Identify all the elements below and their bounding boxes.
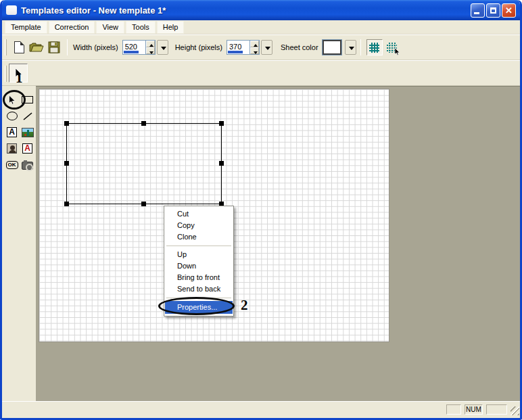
width-label: Width (pixels)	[73, 43, 118, 51]
maximize-icon	[490, 7, 496, 14]
height-label: Height (pixels)	[175, 43, 222, 51]
window-title: Templates editor - New template 1*	[21, 5, 471, 16]
toolbar-separator	[67, 39, 68, 55]
app-icon	[6, 5, 17, 15]
width-progress-bar	[124, 51, 139, 53]
resize-handle-top-left[interactable]	[64, 121, 69, 126]
width-dropdown-button[interactable]	[157, 40, 168, 55]
open-template-button[interactable]	[28, 39, 45, 56]
width-value: 520	[125, 43, 137, 51]
new-document-icon	[14, 41, 24, 53]
text-tool[interactable]: A	[5, 125, 19, 139]
annotation-circle-2	[158, 297, 235, 315]
red-text-tool[interactable]: A	[20, 141, 34, 156]
grid-icon	[369, 43, 379, 53]
width-spin-up[interactable]	[146, 41, 155, 47]
open-folder-icon	[29, 42, 44, 53]
selection-toolbar	[2, 60, 520, 86]
context-menu-clone[interactable]: Clone	[165, 231, 233, 243]
portrait-icon	[7, 143, 17, 154]
window-controls: ✕	[471, 3, 516, 18]
sheet-color-label: Sheet color	[281, 43, 318, 51]
main-area: A A OK	[2, 86, 520, 401]
status-bar: NUM	[2, 401, 520, 418]
menu-help[interactable]: Help	[157, 21, 185, 34]
show-grid-toggle[interactable]	[366, 39, 383, 55]
camera-icon	[22, 162, 33, 170]
height-spinner: 370	[227, 40, 272, 55]
status-panel-num: NUM	[465, 404, 483, 415]
context-menu-copy[interactable]: Copy	[165, 220, 233, 231]
context-menu-send-to-back[interactable]: Send to back	[165, 283, 233, 295]
toolbar-grip-2[interactable]	[5, 66, 7, 82]
snap-to-grid-toggle[interactable]	[384, 39, 400, 55]
resize-handle-bottom-left[interactable]	[64, 202, 69, 206]
height-spin-buttons	[250, 40, 260, 55]
save-floppy-icon	[48, 41, 60, 53]
resize-handle-middle-left[interactable]	[64, 161, 69, 166]
menu-bar: Template Correction View Tools Help	[2, 20, 520, 34]
screenshot-root: Templates editor - New template 1* ✕ Tem…	[0, 0, 522, 420]
annotation-circle-1	[3, 90, 26, 110]
annotation-number-2: 2	[241, 297, 248, 314]
ellipse-icon	[7, 112, 18, 120]
maximize-button[interactable]	[486, 3, 500, 18]
context-menu-up[interactable]: Up	[165, 249, 233, 260]
selected-rectangle-object[interactable]	[66, 123, 222, 204]
resize-handle-middle-right[interactable]	[219, 161, 224, 166]
menu-template[interactable]: Template	[5, 21, 47, 34]
title-bar[interactable]: Templates editor - New template 1* ✕	[2, 0, 520, 20]
toolbox-panel: A A OK	[2, 86, 36, 401]
toolbar-grip[interactable]	[5, 39, 7, 55]
width-spin-down[interactable]	[146, 47, 155, 54]
width-spin-buttons	[145, 40, 156, 55]
image-icon	[22, 128, 34, 137]
red-text-tool-icon: A	[22, 143, 32, 154]
camera-tool[interactable]	[20, 158, 34, 172]
annotation-number-1: 1	[16, 70, 23, 87]
ok-button-tool[interactable]: OK	[5, 158, 19, 172]
status-panel-1	[446, 404, 461, 415]
ellipse-tool[interactable]	[5, 109, 19, 123]
portrait-tool[interactable]	[5, 141, 19, 156]
line-tool[interactable]	[20, 109, 34, 123]
ok-button-icon: OK	[6, 161, 18, 169]
resize-handle-top-right[interactable]	[219, 121, 224, 126]
height-input[interactable]: 370	[227, 40, 250, 55]
close-icon: ✕	[502, 4, 515, 17]
new-template-button[interactable]	[10, 39, 28, 56]
status-panel-2	[486, 404, 507, 415]
app-window: Templates editor - New template 1* ✕ Tem…	[0, 0, 522, 420]
menu-view[interactable]: View	[96, 21, 124, 34]
height-spin-up[interactable]	[250, 41, 259, 47]
sheet-color-dropdown-button[interactable]	[345, 40, 356, 55]
width-input[interactable]: 520	[122, 40, 145, 55]
menu-tools[interactable]: Tools	[126, 21, 156, 34]
toolbar-separator-2	[360, 39, 361, 55]
height-value: 370	[229, 43, 241, 51]
resize-grip[interactable]	[511, 406, 519, 415]
save-template-button[interactable]	[45, 39, 63, 56]
snap-cursor-icon	[394, 48, 400, 55]
image-tool[interactable]	[20, 125, 34, 139]
main-toolbar: Width (pixels) 520 Height (pixels) 370	[2, 34, 520, 60]
text-tool-icon: A	[7, 127, 17, 137]
height-spin-down[interactable]	[250, 47, 259, 54]
sheet-color-swatch[interactable]	[323, 40, 341, 55]
context-menu-down[interactable]: Down	[165, 260, 233, 272]
context-menu-cut[interactable]: Cut	[165, 208, 233, 220]
line-icon	[22, 112, 33, 121]
close-button[interactable]: ✕	[502, 3, 516, 18]
resize-handle-top-middle[interactable]	[141, 121, 146, 126]
minimize-button[interactable]	[471, 3, 485, 18]
height-dropdown-button[interactable]	[261, 40, 272, 55]
context-menu-separator	[166, 246, 231, 246]
resize-handle-bottom-middle[interactable]	[141, 202, 146, 206]
height-progress-bar	[228, 51, 243, 53]
width-spinner: 520	[122, 40, 168, 55]
workspace: Cut Copy Clone Up Down Bring to front Se…	[36, 86, 520, 401]
menu-correction[interactable]: Correction	[49, 21, 95, 34]
context-menu-bring-to-front[interactable]: Bring to front	[165, 272, 233, 283]
minimize-icon	[474, 12, 479, 14]
